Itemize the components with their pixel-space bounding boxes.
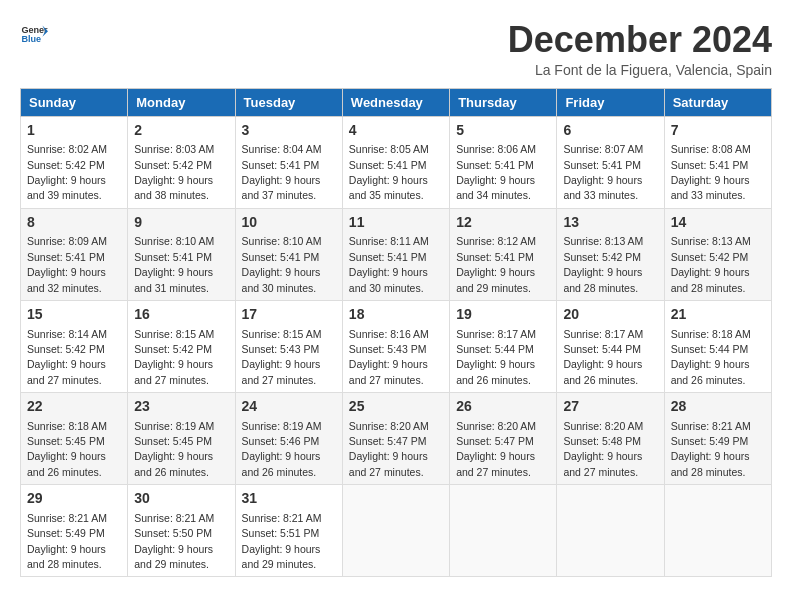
calendar-cell: 20 Sunrise: 8:17 AMSunset: 5:44 PMDaylig… (557, 300, 664, 392)
day-info: Sunrise: 8:02 AMSunset: 5:42 PMDaylight:… (27, 143, 107, 201)
calendar-cell: 23 Sunrise: 8:19 AMSunset: 5:45 PMDaylig… (128, 393, 235, 485)
day-number: 10 (242, 213, 336, 233)
header-monday: Monday (128, 88, 235, 116)
calendar-cell: 30 Sunrise: 8:21 AMSunset: 5:50 PMDaylig… (128, 485, 235, 577)
logo-icon: General Blue (20, 20, 48, 48)
day-number: 5 (456, 121, 550, 141)
header-wednesday: Wednesday (342, 88, 449, 116)
day-number: 29 (27, 489, 121, 509)
calendar-cell: 1 Sunrise: 8:02 AMSunset: 5:42 PMDayligh… (21, 116, 128, 208)
calendar-cell: 10 Sunrise: 8:10 AMSunset: 5:41 PMDaylig… (235, 208, 342, 300)
day-info: Sunrise: 8:07 AMSunset: 5:41 PMDaylight:… (563, 143, 643, 201)
calendar-cell: 21 Sunrise: 8:18 AMSunset: 5:44 PMDaylig… (664, 300, 771, 392)
calendar-cell: 25 Sunrise: 8:20 AMSunset: 5:47 PMDaylig… (342, 393, 449, 485)
calendar-cell: 15 Sunrise: 8:14 AMSunset: 5:42 PMDaylig… (21, 300, 128, 392)
calendar-header-row: SundayMondayTuesdayWednesdayThursdayFrid… (21, 88, 772, 116)
day-info: Sunrise: 8:19 AMSunset: 5:46 PMDaylight:… (242, 420, 322, 478)
day-info: Sunrise: 8:21 AMSunset: 5:51 PMDaylight:… (242, 512, 322, 570)
svg-text:Blue: Blue (21, 34, 41, 44)
day-info: Sunrise: 8:10 AMSunset: 5:41 PMDaylight:… (242, 235, 322, 293)
header-friday: Friday (557, 88, 664, 116)
day-number: 15 (27, 305, 121, 325)
page-header: General Blue December 2024 La Font de la… (20, 20, 772, 78)
calendar-cell: 26 Sunrise: 8:20 AMSunset: 5:47 PMDaylig… (450, 393, 557, 485)
calendar-week-1: 1 Sunrise: 8:02 AMSunset: 5:42 PMDayligh… (21, 116, 772, 208)
calendar-cell (664, 485, 771, 577)
logo: General Blue (20, 20, 48, 48)
calendar-cell: 13 Sunrise: 8:13 AMSunset: 5:42 PMDaylig… (557, 208, 664, 300)
day-number: 8 (27, 213, 121, 233)
calendar-cell: 11 Sunrise: 8:11 AMSunset: 5:41 PMDaylig… (342, 208, 449, 300)
day-info: Sunrise: 8:11 AMSunset: 5:41 PMDaylight:… (349, 235, 429, 293)
calendar-cell: 28 Sunrise: 8:21 AMSunset: 5:49 PMDaylig… (664, 393, 771, 485)
day-info: Sunrise: 8:21 AMSunset: 5:50 PMDaylight:… (134, 512, 214, 570)
header-sunday: Sunday (21, 88, 128, 116)
day-info: Sunrise: 8:04 AMSunset: 5:41 PMDaylight:… (242, 143, 322, 201)
day-number: 14 (671, 213, 765, 233)
calendar-cell: 14 Sunrise: 8:13 AMSunset: 5:42 PMDaylig… (664, 208, 771, 300)
day-info: Sunrise: 8:08 AMSunset: 5:41 PMDaylight:… (671, 143, 751, 201)
location: La Font de la Figuera, Valencia, Spain (508, 62, 772, 78)
calendar-cell: 18 Sunrise: 8:16 AMSunset: 5:43 PMDaylig… (342, 300, 449, 392)
day-info: Sunrise: 8:03 AMSunset: 5:42 PMDaylight:… (134, 143, 214, 201)
calendar-week-5: 29 Sunrise: 8:21 AMSunset: 5:49 PMDaylig… (21, 485, 772, 577)
day-number: 21 (671, 305, 765, 325)
day-info: Sunrise: 8:18 AMSunset: 5:44 PMDaylight:… (671, 328, 751, 386)
day-info: Sunrise: 8:10 AMSunset: 5:41 PMDaylight:… (134, 235, 214, 293)
day-info: Sunrise: 8:15 AMSunset: 5:43 PMDaylight:… (242, 328, 322, 386)
day-number: 17 (242, 305, 336, 325)
day-info: Sunrise: 8:12 AMSunset: 5:41 PMDaylight:… (456, 235, 536, 293)
calendar-table: SundayMondayTuesdayWednesdayThursdayFrid… (20, 88, 772, 578)
calendar-cell: 7 Sunrise: 8:08 AMSunset: 5:41 PMDayligh… (664, 116, 771, 208)
calendar-cell: 27 Sunrise: 8:20 AMSunset: 5:48 PMDaylig… (557, 393, 664, 485)
day-info: Sunrise: 8:14 AMSunset: 5:42 PMDaylight:… (27, 328, 107, 386)
day-info: Sunrise: 8:13 AMSunset: 5:42 PMDaylight:… (563, 235, 643, 293)
calendar-cell: 16 Sunrise: 8:15 AMSunset: 5:42 PMDaylig… (128, 300, 235, 392)
calendar-cell: 5 Sunrise: 8:06 AMSunset: 5:41 PMDayligh… (450, 116, 557, 208)
calendar-cell: 2 Sunrise: 8:03 AMSunset: 5:42 PMDayligh… (128, 116, 235, 208)
calendar-cell: 24 Sunrise: 8:19 AMSunset: 5:46 PMDaylig… (235, 393, 342, 485)
day-number: 18 (349, 305, 443, 325)
calendar-cell (342, 485, 449, 577)
header-thursday: Thursday (450, 88, 557, 116)
day-info: Sunrise: 8:16 AMSunset: 5:43 PMDaylight:… (349, 328, 429, 386)
day-info: Sunrise: 8:21 AMSunset: 5:49 PMDaylight:… (27, 512, 107, 570)
calendar-cell: 19 Sunrise: 8:17 AMSunset: 5:44 PMDaylig… (450, 300, 557, 392)
day-info: Sunrise: 8:15 AMSunset: 5:42 PMDaylight:… (134, 328, 214, 386)
calendar-cell: 29 Sunrise: 8:21 AMSunset: 5:49 PMDaylig… (21, 485, 128, 577)
header-tuesday: Tuesday (235, 88, 342, 116)
day-info: Sunrise: 8:19 AMSunset: 5:45 PMDaylight:… (134, 420, 214, 478)
day-info: Sunrise: 8:20 AMSunset: 5:47 PMDaylight:… (456, 420, 536, 478)
calendar-cell: 4 Sunrise: 8:05 AMSunset: 5:41 PMDayligh… (342, 116, 449, 208)
day-number: 28 (671, 397, 765, 417)
day-number: 9 (134, 213, 228, 233)
day-number: 3 (242, 121, 336, 141)
day-number: 24 (242, 397, 336, 417)
day-info: Sunrise: 8:21 AMSunset: 5:49 PMDaylight:… (671, 420, 751, 478)
calendar-cell: 6 Sunrise: 8:07 AMSunset: 5:41 PMDayligh… (557, 116, 664, 208)
calendar-cell: 31 Sunrise: 8:21 AMSunset: 5:51 PMDaylig… (235, 485, 342, 577)
calendar-cell: 12 Sunrise: 8:12 AMSunset: 5:41 PMDaylig… (450, 208, 557, 300)
calendar-cell: 17 Sunrise: 8:15 AMSunset: 5:43 PMDaylig… (235, 300, 342, 392)
day-number: 7 (671, 121, 765, 141)
day-info: Sunrise: 8:05 AMSunset: 5:41 PMDaylight:… (349, 143, 429, 201)
day-number: 13 (563, 213, 657, 233)
day-info: Sunrise: 8:20 AMSunset: 5:47 PMDaylight:… (349, 420, 429, 478)
day-number: 19 (456, 305, 550, 325)
calendar-cell (450, 485, 557, 577)
calendar-cell: 9 Sunrise: 8:10 AMSunset: 5:41 PMDayligh… (128, 208, 235, 300)
title-area: December 2024 La Font de la Figuera, Val… (508, 20, 772, 78)
day-number: 2 (134, 121, 228, 141)
day-number: 4 (349, 121, 443, 141)
calendar-week-2: 8 Sunrise: 8:09 AMSunset: 5:41 PMDayligh… (21, 208, 772, 300)
day-number: 1 (27, 121, 121, 141)
day-info: Sunrise: 8:06 AMSunset: 5:41 PMDaylight:… (456, 143, 536, 201)
day-number: 30 (134, 489, 228, 509)
header-saturday: Saturday (664, 88, 771, 116)
calendar-cell (557, 485, 664, 577)
day-number: 23 (134, 397, 228, 417)
day-number: 26 (456, 397, 550, 417)
day-info: Sunrise: 8:17 AMSunset: 5:44 PMDaylight:… (563, 328, 643, 386)
day-number: 31 (242, 489, 336, 509)
day-number: 11 (349, 213, 443, 233)
